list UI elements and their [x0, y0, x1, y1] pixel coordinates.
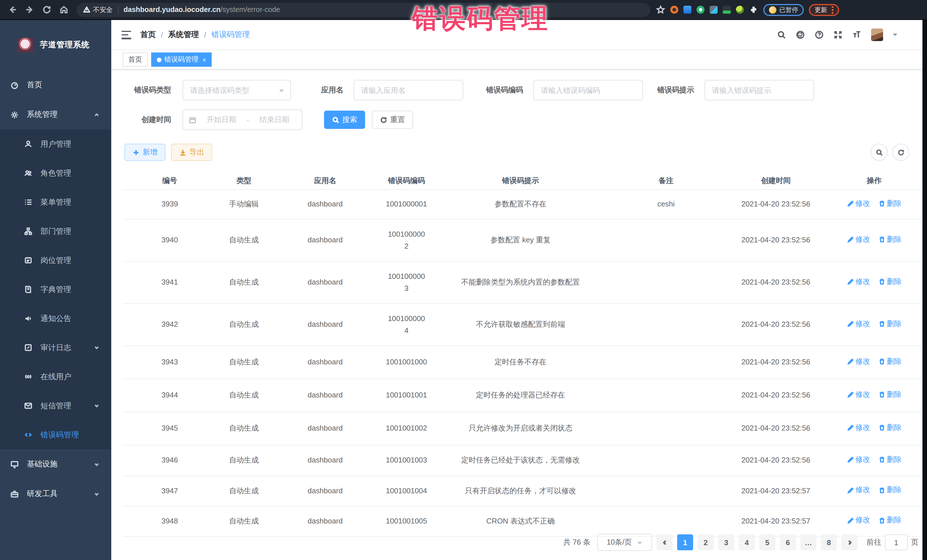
sidebar-item-2[interactable]: 用户管理 — [0, 129, 111, 159]
error-type-select-input[interactable] — [183, 86, 290, 94]
page-button-5[interactable]: 5 — [759, 534, 775, 550]
reload-icon[interactable] — [42, 5, 51, 14]
extension-icon[interactable] — [736, 6, 744, 14]
browser-update-button[interactable]: 更新 — [809, 4, 839, 16]
github-icon[interactable] — [796, 30, 805, 39]
delete-link[interactable]: 删除 — [878, 198, 902, 210]
breadcrumb-home[interactable]: 首页 — [140, 30, 156, 40]
delete-link[interactable]: 删除 — [878, 484, 902, 496]
edit-link[interactable]: 修改 — [847, 514, 870, 527]
sidebar-item-11[interactable]: 短信管理 — [0, 391, 111, 420]
help-icon[interactable] — [815, 30, 824, 39]
app-name-input-field[interactable] — [354, 86, 463, 94]
tab-close-icon[interactable]: × — [202, 56, 206, 63]
sidebar-item-5[interactable]: 部门管理 — [0, 217, 111, 246]
delete-link[interactable]: 删除 — [878, 454, 902, 466]
date-range-picker[interactable]: 开始日期 - 结束日期 — [182, 109, 302, 130]
extensions-puzzle-icon[interactable] — [749, 5, 758, 14]
refresh-table-button[interactable] — [892, 144, 909, 161]
sidebar-item-9[interactable]: 审计日志 — [0, 333, 111, 362]
edit-link[interactable]: 修改 — [847, 276, 870, 288]
edit-link[interactable]: 修改 — [847, 454, 870, 466]
export-button[interactable]: 导出 — [171, 144, 212, 161]
page-button-4[interactable]: 4 — [739, 534, 755, 550]
search-button[interactable]: 搜索 — [324, 111, 365, 129]
page-button-1[interactable]: 1 — [677, 534, 693, 550]
bookmark-star-icon[interactable] — [656, 5, 665, 14]
back-icon[interactable] — [8, 5, 17, 14]
security-indicator[interactable]: 不安全 — [83, 5, 112, 14]
sidebar-item-8[interactable]: 通知公告 — [0, 304, 111, 333]
sidebar-item-12[interactable]: 错误码管理 — [0, 420, 111, 449]
error-code-input-field[interactable] — [534, 86, 642, 94]
delete-link[interactable]: 删除 — [878, 318, 902, 330]
extension-icon[interactable] — [710, 6, 718, 14]
fullscreen-icon[interactable] — [833, 30, 843, 39]
sidebar-item-0[interactable]: 首页 — [0, 70, 111, 100]
forward-icon[interactable] — [25, 5, 34, 14]
prev-page-button[interactable] — [656, 534, 673, 550]
edit-link[interactable]: 修改 — [847, 198, 870, 210]
delete-link[interactable]: 删除 — [878, 356, 902, 368]
page-button-8[interactable]: 8 — [821, 534, 837, 550]
trash-icon — [878, 392, 885, 398]
edit-link[interactable]: 修改 — [847, 356, 870, 368]
delete-link[interactable]: 删除 — [878, 276, 902, 288]
goto-page-input[interactable] — [885, 534, 907, 550]
cell-type: 自动生成 — [217, 515, 271, 527]
edit-link[interactable]: 修改 — [847, 484, 870, 496]
tab-错误码管理[interactable]: 错误码管理 × — [151, 52, 212, 67]
sidebar-item-10[interactable]: 在线用户 — [0, 362, 111, 391]
extension-icon[interactable] — [684, 6, 691, 14]
extension-icon[interactable] — [723, 6, 731, 14]
delete-link[interactable]: 删除 — [878, 514, 902, 527]
end-date-placeholder[interactable]: 结束日期 — [252, 115, 296, 125]
tab-首页[interactable]: 首页 — [123, 52, 148, 67]
sidebar-item-6[interactable]: 岗位管理 — [0, 246, 111, 275]
edit-link[interactable]: 修改 — [847, 422, 870, 434]
page-button-2[interactable]: 2 — [698, 534, 714, 550]
font-size-icon[interactable] — [852, 30, 862, 39]
error-hint-input-field[interactable] — [705, 86, 813, 94]
toggle-search-button[interactable] — [871, 144, 887, 161]
extension-icon[interactable] — [696, 6, 705, 14]
edit-link[interactable]: 修改 — [847, 234, 870, 246]
breadcrumb-section[interactable]: 系统管理 — [168, 30, 199, 40]
cell-id: 3946 — [123, 454, 217, 466]
page-button-6[interactable]: 6 — [780, 534, 796, 550]
sidebar-item-3[interactable]: 角色管理 — [0, 159, 111, 188]
home-icon[interactable] — [59, 5, 68, 14]
cell-msg: CRON 表达式不正确 — [433, 515, 608, 527]
edit-link[interactable]: 修改 — [847, 318, 870, 330]
sidebar-item-4[interactable]: 菜单管理 — [0, 188, 111, 217]
start-date-placeholder[interactable]: 开始日期 — [200, 115, 243, 125]
cell-code: 1001001001 — [379, 390, 433, 401]
next-page-button[interactable] — [842, 534, 857, 550]
sidebar-item-14[interactable]: 研发工具 — [0, 479, 111, 509]
delete-link[interactable]: 删除 — [878, 422, 902, 434]
page-size-select[interactable]: 10条/页 — [597, 534, 652, 551]
delete-link[interactable]: 删除 — [878, 389, 902, 401]
app-name-input[interactable] — [354, 80, 463, 100]
sidebar-item-13[interactable]: 基础设施 — [0, 449, 111, 479]
error-code-input[interactable] — [533, 80, 643, 100]
sidebar-item-1[interactable]: 系统管理 — [0, 100, 111, 129]
profile-paused-badge[interactable]: 已暂停 — [763, 4, 804, 16]
app-logo-row[interactable]: 芋道管理系统 — [0, 20, 111, 70]
search-icon[interactable] — [777, 30, 786, 39]
error-type-select[interactable] — [182, 80, 291, 100]
add-button[interactable]: 新增 — [125, 144, 166, 161]
address-bar[interactable]: 不安全 dashboard.yudao.iocoder.cn/system/er… — [76, 3, 650, 17]
delete-link[interactable]: 删除 — [878, 234, 902, 246]
user-menu-caret-icon[interactable] — [893, 33, 897, 38]
sidebar-item-7[interactable]: 字典管理 — [0, 275, 111, 304]
edit-link[interactable]: 修改 — [847, 389, 870, 401]
user-avatar[interactable] — [871, 29, 883, 41]
browser-menu-icon[interactable] — [832, 6, 833, 14]
page-button-3[interactable]: 3 — [718, 534, 734, 550]
page-ellipsis[interactable]: … — [800, 534, 816, 550]
sidebar-toggle-icon[interactable] — [122, 30, 131, 39]
extension-icon[interactable] — [670, 6, 678, 14]
reset-button[interactable]: 重置 — [372, 111, 413, 129]
error-hint-input[interactable] — [705, 80, 814, 100]
